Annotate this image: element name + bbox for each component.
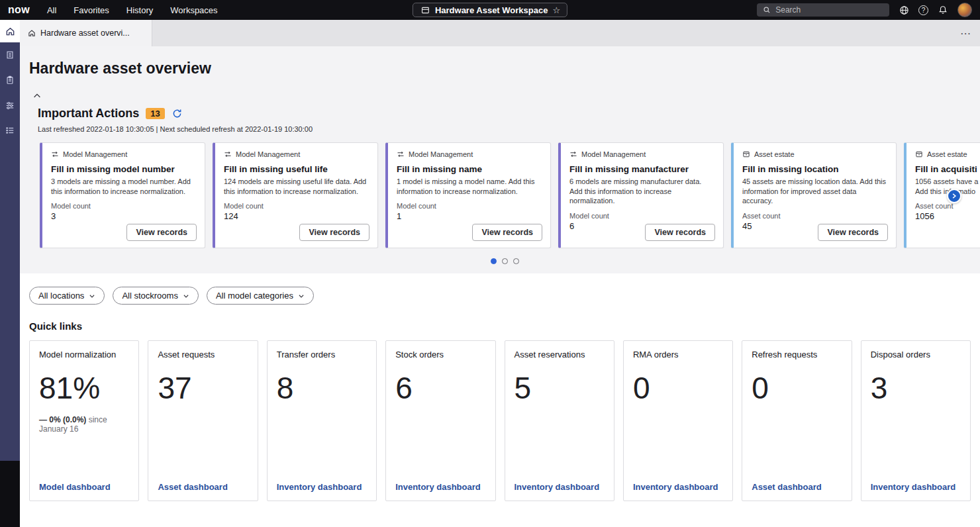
action-card-count-label: Asset count bbox=[742, 212, 887, 220]
quick-link-card-title: Refresh requests bbox=[752, 350, 842, 359]
quick-link-dashboard-link[interactable]: Model dashboard bbox=[39, 482, 129, 492]
action-card-description: 45 assets are missing location data. Add… bbox=[742, 177, 887, 206]
filter-all-model-categories[interactable]: All model categories bbox=[207, 287, 314, 305]
chevron-down-icon bbox=[89, 293, 95, 299]
quick-link-dashboard-link[interactable]: Inventory dashboard bbox=[633, 482, 723, 492]
page-header: Hardware asset overview bbox=[20, 46, 980, 88]
quick-link-dashboard-link[interactable]: Asset dashboard bbox=[752, 482, 842, 492]
model-management-icon bbox=[569, 150, 577, 158]
action-card-title: Fill in acquisiti bbox=[915, 164, 980, 174]
tab-home-icon bbox=[28, 29, 36, 37]
chevron-up-icon bbox=[32, 91, 42, 101]
tab-strip: Hardware asset overvi... ⋯ bbox=[20, 20, 980, 46]
action-card: Asset estate Fill in acquisiti 1056 asse… bbox=[904, 142, 980, 248]
quick-link-dashboard-link[interactable]: Inventory dashboard bbox=[277, 482, 367, 492]
menu-workspaces[interactable]: Workspaces bbox=[170, 5, 217, 15]
filter-all-stockrooms[interactable]: All stockrooms bbox=[113, 287, 199, 305]
view-records-button[interactable]: View records bbox=[645, 224, 715, 241]
view-records-button[interactable]: View records bbox=[472, 224, 542, 241]
action-card-category: Asset estate bbox=[927, 150, 967, 158]
globe-icon[interactable] bbox=[899, 5, 909, 15]
sidebar-bottom-panel bbox=[0, 461, 20, 527]
quick-link-value: 6 bbox=[395, 370, 485, 406]
quick-link-dashboard-link[interactable]: Inventory dashboard bbox=[871, 482, 961, 492]
action-card: Model Management Fill in missing useful … bbox=[213, 142, 378, 248]
tab-overflow-menu[interactable]: ⋯ bbox=[951, 20, 980, 46]
action-card: Asset estate Fill in missing location 45… bbox=[731, 142, 897, 248]
menu-favorites[interactable]: Favorites bbox=[74, 5, 109, 15]
quick-link-dashboard-link[interactable]: Asset dashboard bbox=[158, 482, 248, 492]
quick-link-card: Asset requests 37 Asset dashboard bbox=[148, 340, 258, 501]
model-management-icon bbox=[51, 150, 59, 158]
important-actions-title: Important Actions bbox=[38, 107, 139, 120]
favorite-star-icon[interactable]: ☆ bbox=[552, 5, 560, 15]
filter-label: All locations bbox=[38, 291, 84, 301]
notifications-bell-icon[interactable] bbox=[938, 5, 948, 15]
filter-label: All stockrooms bbox=[122, 291, 178, 301]
menu-history[interactable]: History bbox=[126, 5, 153, 15]
quick-link-dashboard-link[interactable]: Inventory dashboard bbox=[395, 482, 485, 492]
action-card-category: Model Management bbox=[63, 150, 127, 158]
action-card: Model Management Fill in missing model n… bbox=[40, 142, 205, 248]
refresh-icon bbox=[172, 109, 182, 119]
model-management-icon bbox=[397, 150, 405, 158]
quick-links-grid: Model normalization 81% — 0% (0.0%) sinc… bbox=[29, 340, 971, 501]
chevron-right-icon bbox=[951, 193, 957, 199]
refresh-info-text: Last refreshed 2022-01-18 10:30:05 | Nex… bbox=[29, 125, 980, 133]
action-card-count: 1056 bbox=[915, 211, 980, 221]
quick-link-value: 8 bbox=[277, 370, 367, 406]
sidebar-item-home[interactable] bbox=[0, 20, 20, 42]
quick-link-card: Transfer orders 8 Inventory dashboard bbox=[267, 340, 377, 501]
view-records-button[interactable]: View records bbox=[299, 224, 369, 241]
chevron-down-icon bbox=[183, 293, 189, 299]
workspace-icon bbox=[420, 5, 430, 15]
view-records-button[interactable]: View records bbox=[126, 224, 197, 241]
refresh-button[interactable] bbox=[172, 108, 183, 120]
tab-label: Hardware asset overvi... bbox=[40, 28, 130, 38]
top-right-cluster: ? bbox=[757, 3, 972, 17]
building-icon bbox=[5, 50, 15, 60]
carousel-next-button[interactable] bbox=[947, 189, 961, 203]
asset-estate-icon bbox=[742, 150, 750, 158]
tab-hardware-asset-overview[interactable]: Hardware asset overvi... bbox=[20, 20, 152, 46]
search-input[interactable] bbox=[775, 5, 884, 15]
action-card-count-label: Model count bbox=[397, 202, 542, 210]
global-search[interactable] bbox=[757, 3, 889, 17]
clipboard-icon bbox=[5, 75, 15, 85]
collapse-section-button[interactable] bbox=[30, 91, 44, 101]
sidebar-item-tasks[interactable] bbox=[0, 68, 20, 93]
action-card: Model Management Fill in missing name 1 … bbox=[385, 142, 551, 248]
filters-row: All locations All stockrooms All model c… bbox=[29, 287, 971, 305]
quick-link-card-title: Asset reservations bbox=[514, 350, 605, 359]
page-title: Hardware asset overview bbox=[29, 60, 971, 77]
filter-label: All model categories bbox=[216, 291, 293, 301]
workspace-switcher[interactable]: Hardware Asset Workspace ☆ bbox=[413, 3, 567, 17]
sidebar-item-lists[interactable] bbox=[0, 118, 20, 143]
quick-link-card: Disposal orders 3 Inventory dashboard bbox=[861, 340, 971, 501]
asset-estate-icon bbox=[915, 150, 923, 158]
quick-link-card-title: RMA orders bbox=[633, 350, 723, 359]
model-management-icon bbox=[224, 150, 232, 158]
delta-value: — 0% (0.0%) bbox=[39, 415, 86, 424]
menu-all[interactable]: All bbox=[47, 5, 56, 15]
app-body: Hardware asset overvi... ⋯ Hardware asse… bbox=[0, 20, 980, 527]
servicenow-logo: now bbox=[8, 4, 30, 16]
sidebar-item-organization[interactable] bbox=[0, 42, 20, 68]
help-icon[interactable]: ? bbox=[918, 5, 928, 15]
action-card-count: 124 bbox=[224, 211, 369, 221]
sliders-icon bbox=[5, 101, 15, 110]
carousel-dot[interactable] bbox=[502, 258, 508, 264]
quick-link-card: Asset reservations 5 Inventory dashboard bbox=[505, 340, 614, 501]
action-card-title: Fill in missing manufacturer bbox=[569, 164, 714, 174]
user-avatar[interactable] bbox=[957, 3, 972, 17]
carousel-dot[interactable] bbox=[491, 258, 497, 264]
quick-link-card: Stock orders 6 Inventory dashboard bbox=[385, 340, 495, 501]
filter-all-locations[interactable]: All locations bbox=[29, 287, 105, 305]
action-card-count-label: Model count bbox=[51, 202, 196, 210]
quick-link-dashboard-link[interactable]: Inventory dashboard bbox=[514, 482, 605, 492]
sidebar-item-settings-sliders[interactable] bbox=[0, 93, 20, 118]
left-sidebar bbox=[0, 20, 20, 527]
action-card-description: 6 models are missing manufacturer data. … bbox=[569, 177, 714, 206]
view-records-button[interactable]: View records bbox=[818, 224, 888, 241]
carousel-dot[interactable] bbox=[513, 258, 519, 264]
